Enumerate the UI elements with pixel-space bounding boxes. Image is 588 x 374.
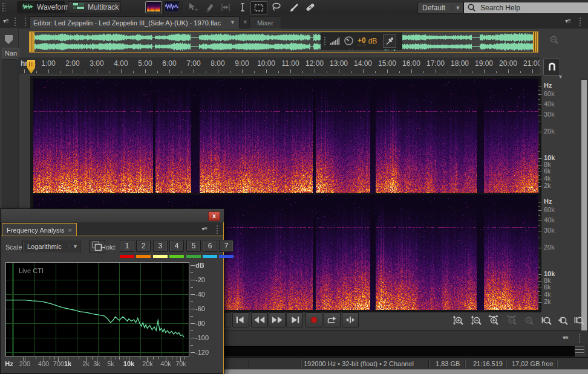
- panel-menu-icon[interactable]: ▾≡: [565, 18, 570, 24]
- range-handle-right[interactable]: [533, 32, 538, 52]
- transport-skip-to-end-button[interactable]: [286, 312, 303, 327]
- transport-loop-playback-button[interactable]: [324, 312, 341, 327]
- hold-button-4[interactable]: 4: [169, 240, 184, 252]
- axis-tick: [538, 105, 541, 105]
- axis-label: 20k: [544, 127, 555, 135]
- axis-tick: [538, 132, 541, 132]
- fa-plot[interactable]: [5, 262, 206, 369]
- zoom-in-amplitude-button[interactable]: [451, 314, 466, 327]
- tool-spot-healing-brush-tool[interactable]: [302, 1, 318, 13]
- vertical-scrollbar[interactable]: [581, 79, 587, 340]
- ruler-major-tick: [73, 69, 73, 73]
- status-divider: [428, 359, 429, 367]
- window-title-bar[interactable]: x: [1, 209, 224, 223]
- zoom-out-amplitude-button[interactable]: [469, 314, 484, 327]
- hold-button-7[interactable]: 7: [219, 240, 234, 252]
- transport-rewind-button[interactable]: [251, 312, 268, 327]
- axis-label: 30k: [544, 227, 555, 234]
- tab-editor[interactable]: Editor: Led Zeppelin - Led Zeppelin III_…: [29, 16, 240, 28]
- overview-waveform[interactable]: [34, 33, 533, 51]
- hold-color-bar: [169, 255, 184, 258]
- axis-minor-tick: [538, 175, 540, 176]
- scale-dropdown[interactable]: Logarithmic ▼: [22, 240, 81, 253]
- ruler-minor-tick: [423, 71, 424, 73]
- timeline-ruler[interactable]: hms 1:002:003:004:005:006:007:008:009:00…: [18, 57, 540, 74]
- status-divider: [506, 359, 506, 367]
- meter-range-cap[interactable]: [575, 346, 584, 355]
- snap-toggle-button[interactable]: [543, 59, 560, 76]
- tool-move-tool[interactable]: [185, 1, 201, 13]
- tool-stretch-tool[interactable]: [218, 1, 234, 13]
- toolbar-grip[interactable]: [2, 2, 5, 13]
- close-icon[interactable]: ×: [243, 18, 247, 25]
- panel-grip[interactable]: [14, 17, 17, 26]
- axis-minor-tick: [538, 144, 540, 144]
- move-tool-icon: [188, 2, 198, 13]
- transport-fast-forward-button[interactable]: [269, 312, 286, 327]
- marker-flag-icon[interactable]: [5, 35, 13, 40]
- tab-mixer[interactable]: Mixer: [249, 16, 281, 28]
- zoom-in-time-button[interactable]: [486, 314, 501, 327]
- chevron-down-icon[interactable]: ▼: [226, 19, 235, 27]
- panel-menu-icon[interactable]: ▾≡: [3, 18, 8, 24]
- overview-range-frame[interactable]: [29, 31, 538, 53]
- tool-marquee-selection-tool[interactable]: [250, 1, 267, 15]
- zoom-in-left-selection-button[interactable]: [540, 314, 554, 327]
- tool-paintbrush-tool[interactable]: [286, 1, 302, 13]
- ruler-tick-label: 14:00: [350, 59, 376, 68]
- axis-dropdown-icon[interactable]: ▾: [559, 73, 562, 80]
- hold-button-3[interactable]: 3: [153, 240, 168, 252]
- panel-menu-icon[interactable]: ▾≡: [201, 225, 207, 232]
- tab-frequency-analysis[interactable]: Frequency Analysis ×: [2, 223, 77, 236]
- pin-button[interactable]: [383, 34, 396, 48]
- volume-knob-icon[interactable]: [344, 36, 354, 47]
- fast-forward-icon: [270, 315, 284, 324]
- zoom-in-right-selection-button[interactable]: [556, 314, 570, 327]
- frequency-axis-ch1[interactable]: Hz60k40k30k20k10k8k6k4k2k: [538, 79, 581, 193]
- panel-grip[interactable]: [578, 334, 581, 343]
- axis-tick: [538, 221, 541, 221]
- panel-menu-icon[interactable]: ▾≡: [563, 334, 568, 341]
- zoom-out-time-button[interactable]: [505, 314, 519, 327]
- search-icon: [467, 3, 476, 13]
- tab-grip[interactable]: [24, 17, 27, 26]
- transport-record-button[interactable]: [305, 312, 322, 327]
- panel-grip[interactable]: [579, 17, 582, 26]
- hold-button-2[interactable]: 2: [136, 240, 151, 252]
- ruler-minor-tick: [230, 71, 230, 73]
- spectrogram-channel-1[interactable]: [33, 79, 538, 193]
- markers-name-column-header[interactable]: Nan: [2, 48, 19, 60]
- search-help-input[interactable]: [479, 3, 578, 13]
- hud-grip[interactable]: [324, 36, 327, 46]
- transport-skip-selection-button[interactable]: [342, 312, 359, 327]
- frequency-analysis-canvas[interactable]: [5, 262, 206, 369]
- spectral-display-button[interactable]: [145, 1, 162, 13]
- workspace-dropdown[interactable]: Default ▼: [417, 2, 463, 14]
- range-handle-left[interactable]: [30, 32, 34, 52]
- hold-button-1[interactable]: 1: [120, 240, 134, 252]
- search-help-box[interactable]: [463, 2, 588, 14]
- multitrack-view-button[interactable]: Multitrack: [68, 1, 121, 13]
- tool-slip-tool[interactable]: [202, 1, 218, 13]
- ruler-major-tick: [290, 69, 291, 73]
- axis-minor-tick: [538, 206, 540, 207]
- transport-skip-to-start-button[interactable]: [232, 312, 249, 327]
- zoom-to-selection-button[interactable]: [572, 314, 587, 327]
- hold-button-6[interactable]: 6: [203, 240, 217, 252]
- zoom-reset-button[interactable]: [521, 314, 536, 327]
- hold-button-5[interactable]: 5: [186, 240, 201, 252]
- axis-tick: [538, 274, 541, 275]
- panel-grip[interactable]: [216, 225, 219, 234]
- tool-lasso-selection-tool[interactable]: [269, 1, 284, 13]
- window-close-button[interactable]: x: [208, 211, 220, 221]
- tool-time-selection-tool[interactable]: [235, 1, 250, 13]
- hold-label: Hold:: [101, 243, 117, 251]
- gain-value[interactable]: +0: [358, 37, 366, 45]
- transport-button-clipped[interactable]: [224, 312, 231, 327]
- scrollbar-thumb[interactable]: [581, 80, 587, 337]
- waveform-view-button[interactable]: Waveform: [17, 1, 65, 13]
- chevron-down-icon: ▼: [452, 5, 463, 11]
- frequency-axis-ch2[interactable]: Hz60k40k30k20k10k8k6k4k2k: [538, 195, 581, 311]
- waveform-display-button[interactable]: [163, 1, 180, 13]
- close-icon[interactable]: ×: [68, 227, 71, 234]
